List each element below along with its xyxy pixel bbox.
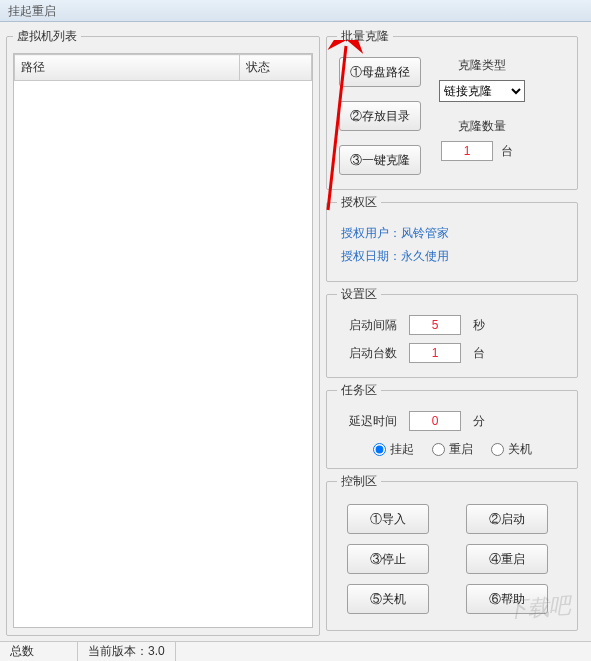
auth-date: 授权日期：永久使用 [341,248,563,265]
clone-type-label: 克隆类型 [458,57,506,74]
right-panel: 批量克隆 ①母盘路径 ②存放目录 ③一键克隆 克隆类型 链接克隆 克隆数量 [326,28,578,634]
auth-user: 授权用户：风铃管家 [341,225,563,242]
tasks-legend: 任务区 [337,382,381,399]
radio-suspend-label[interactable]: 挂起 [373,441,414,458]
auth-legend: 授权区 [337,194,381,211]
restart-button[interactable]: ④重启 [466,544,548,574]
delay-input[interactable] [409,411,461,431]
start-count-label: 启动台数 [341,345,397,362]
status-bar: 总数 当前版本：3.0 [0,641,591,661]
delay-label: 延迟时间 [341,413,397,430]
radio-shutdown-label[interactable]: 关机 [491,441,532,458]
window-titlebar: 挂起重启 [0,0,591,22]
vm-list-group: 虚拟机列表 路径 状态 [6,28,320,636]
auth-group: 授权区 授权用户：风铃管家 授权日期：永久使用 [326,194,578,282]
delay-unit: 分 [473,413,495,430]
settings-legend: 设置区 [337,286,381,303]
start-button[interactable]: ②启动 [466,504,548,534]
start-interval-input[interactable] [409,315,461,335]
status-version: 当前版本：3.0 [78,642,176,661]
main-content: 虚拟机列表 路径 状态 批量克隆 ①母盘路径 [0,22,591,640]
master-path-button[interactable]: ①母盘路径 [339,57,421,87]
col-header-status[interactable]: 状态 [240,55,312,81]
col-header-path[interactable]: 路径 [15,55,240,81]
status-total: 总数 [0,642,78,661]
radio-shutdown[interactable] [491,443,504,456]
left-panel: 虚拟机列表 路径 状态 [6,28,320,634]
radio-restart-label[interactable]: 重启 [432,441,473,458]
import-button[interactable]: ①导入 [347,504,429,534]
help-button[interactable]: ⑥帮助 [466,584,548,614]
clone-count-label: 克隆数量 [458,118,506,135]
start-interval-unit: 秒 [473,317,495,334]
clone-count-unit: 台 [501,143,523,160]
clone-count-input[interactable] [441,141,493,161]
vm-table-wrap: 路径 状态 [13,53,313,628]
settings-group: 设置区 启动间隔 秒 启动台数 台 [326,286,578,378]
control-legend: 控制区 [337,473,381,490]
start-count-input[interactable] [409,343,461,363]
start-count-unit: 台 [473,345,495,362]
start-interval-label: 启动间隔 [341,317,397,334]
clone-legend: 批量克隆 [337,28,393,45]
tasks-group: 任务区 延迟时间 分 挂起 重启 关机 [326,382,578,469]
stop-button[interactable]: ③停止 [347,544,429,574]
vm-list-legend: 虚拟机列表 [13,28,81,45]
one-click-clone-button[interactable]: ③一键克隆 [339,145,421,175]
vm-table: 路径 状态 [14,54,312,81]
shutdown-button[interactable]: ⑤关机 [347,584,429,614]
radio-restart[interactable] [432,443,445,456]
clone-group: 批量克隆 ①母盘路径 ②存放目录 ③一键克隆 克隆类型 链接克隆 克隆数量 [326,28,578,190]
window-title: 挂起重启 [8,4,56,18]
clone-type-select[interactable]: 链接克隆 [439,80,525,102]
control-group: 控制区 ①导入 ②启动 ③停止 ④重启 ⑤关机 ⑥帮助 [326,473,578,631]
save-dir-button[interactable]: ②存放目录 [339,101,421,131]
radio-suspend[interactable] [373,443,386,456]
